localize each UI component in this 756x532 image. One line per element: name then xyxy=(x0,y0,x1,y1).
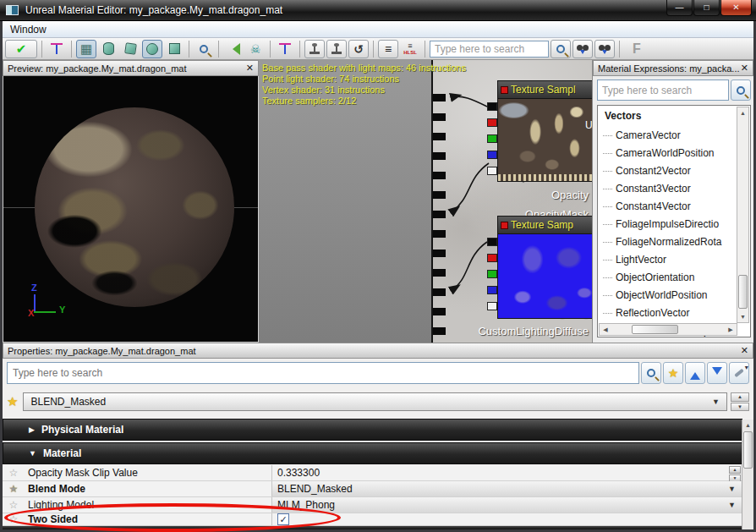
expressions-close-icon[interactable]: ✕ xyxy=(741,63,748,74)
expression-item[interactable]: CameraWorldPosition xyxy=(603,145,715,162)
expression-item[interactable]: CameraVector xyxy=(603,127,681,145)
expression-item[interactable]: Constant4Vector xyxy=(603,198,691,216)
favorite-spinner[interactable]: ▲ ▼ xyxy=(731,392,749,411)
preview-sphere-button[interactable] xyxy=(142,40,162,58)
connector-diffusepower[interactable] xyxy=(433,113,446,121)
expression-item[interactable]: Constant3Vector xyxy=(603,180,691,198)
texture-node-header[interactable]: Texture Sampl xyxy=(497,80,592,99)
tex1-output-b[interactable] xyxy=(487,151,497,159)
expressions-vertical-scrollbar[interactable]: ▲ ▼ xyxy=(737,107,749,323)
search-go-button[interactable] xyxy=(551,40,571,58)
expression-item[interactable]: FoliageImpulseDirectio xyxy=(603,216,719,233)
expressions-search-input[interactable] xyxy=(597,80,729,101)
tex2-output-a[interactable] xyxy=(487,302,497,310)
tex2-output-g[interactable] xyxy=(487,270,497,278)
scroll-up-icon[interactable]: ▲ xyxy=(737,107,748,118)
star-filled-icon[interactable]: ★ xyxy=(3,483,25,495)
preview-cylinder-button[interactable] xyxy=(98,40,118,58)
expression-item[interactable]: LightVector xyxy=(603,251,666,269)
properties-window-button[interactable] xyxy=(47,40,67,58)
connector-opacity[interactable] xyxy=(433,191,446,199)
spinner-down-icon[interactable]: ▼ xyxy=(731,403,749,412)
properties-search-button[interactable] xyxy=(641,362,661,384)
home-button[interactable] xyxy=(223,40,244,58)
maximize-button[interactable]: □ xyxy=(693,0,720,16)
connector-specularpower[interactable] xyxy=(433,172,446,179)
stats-button[interactable]: ≡ xyxy=(378,40,398,58)
connector-customlightingdiffuse[interactable] xyxy=(433,327,446,335)
toggle-grid-button[interactable]: ▦ xyxy=(76,40,96,58)
spinner-up-icon[interactable]: ▲ xyxy=(731,392,749,402)
properties-search-input[interactable] xyxy=(7,362,639,384)
expressions-list[interactable]: Vectors CameraVector CameraWorldPosition… xyxy=(597,105,751,337)
scroll-down-icon[interactable]: ▼ xyxy=(737,311,748,322)
menu-window[interactable]: Window xyxy=(3,24,54,36)
expression-item[interactable]: ObjectOrientation xyxy=(603,269,694,287)
texture-sample-node-normal[interactable]: Texture Samp xyxy=(497,216,592,319)
preview-plane-button[interactable] xyxy=(164,40,184,58)
section-material[interactable]: ▼ Material xyxy=(3,442,742,464)
tex1-output-r[interactable] xyxy=(487,118,497,127)
tex2-output-rgb[interactable] xyxy=(487,238,497,246)
realtime-nodes-button[interactable] xyxy=(326,40,347,58)
star-outline-icon[interactable]: ☆ xyxy=(3,513,25,525)
preview-close-icon[interactable]: ✕ xyxy=(246,63,254,74)
two-sided-checkbox[interactable]: ✓ xyxy=(277,513,289,525)
properties-scrollbar[interactable]: ▲ xyxy=(742,420,753,529)
connector-transmissioncolor[interactable] xyxy=(433,269,446,277)
zoom-button[interactable] xyxy=(194,40,214,58)
find-prev-button[interactable] xyxy=(594,40,615,58)
minimize-button[interactable]: — xyxy=(666,0,693,16)
favorite-value-combo[interactable]: BLEND_Masked ▼ xyxy=(23,392,727,411)
expression-item[interactable]: FoliageNormalizedRota xyxy=(603,233,721,251)
tex2-output-b[interactable] xyxy=(487,286,497,294)
expressions-search-button[interactable] xyxy=(731,80,751,101)
texture-node-header[interactable]: Texture Samp xyxy=(497,216,592,234)
scrollbar-thumb[interactable] xyxy=(738,275,748,309)
scrollbar-thumb[interactable] xyxy=(632,325,678,334)
find-next-button[interactable] xyxy=(572,40,593,58)
close-button[interactable]: ✕ xyxy=(720,0,752,16)
texture-sample-node-diffuse[interactable]: Texture Sampl xyxy=(497,80,592,182)
tex1-output-a[interactable] xyxy=(487,167,497,175)
scrollbar-thumb[interactable] xyxy=(743,431,753,469)
view-hlsl-button[interactable]: ≡ HLSL xyxy=(400,40,420,58)
refresh-button[interactable]: ↺ xyxy=(348,40,369,58)
expression-item[interactable]: Constant2Vector xyxy=(603,162,691,180)
star-outline-icon[interactable]: ☆ xyxy=(3,467,25,479)
move-up-button[interactable] xyxy=(685,362,705,384)
section-physical-material[interactable]: ▶ Physical Material xyxy=(3,419,742,441)
favorite-star-icon[interactable]: ★ xyxy=(7,394,18,409)
apply-button[interactable]: ✔ xyxy=(5,40,37,58)
material-graph-canvas[interactable]: Diffuse DiffusePower Emissive Specular S… xyxy=(259,60,592,343)
scroll-up-icon[interactable]: ▲ xyxy=(742,420,753,431)
favorites-filter-button[interactable]: ★ xyxy=(663,362,683,384)
connector-distortion[interactable] xyxy=(433,230,446,238)
scroll-left-icon[interactable]: ◀ xyxy=(600,324,611,335)
expressions-category[interactable]: Vectors xyxy=(605,110,641,122)
move-down-button[interactable] xyxy=(707,362,727,384)
connector-normal[interactable] xyxy=(433,288,446,296)
tex2-output-r[interactable] xyxy=(487,254,497,262)
realtime-preview-button[interactable] xyxy=(304,40,325,58)
property-dropdown[interactable]: MLM_Phong ▼ xyxy=(271,497,742,513)
preview-cube-button[interactable] xyxy=(120,40,140,58)
tex1-output-g[interactable] xyxy=(487,134,497,143)
property-value-field[interactable]: 0.333300 ▲ ▼ xyxy=(271,465,742,480)
connector-transmissionmask[interactable] xyxy=(433,250,446,257)
home-pin-button[interactable] xyxy=(275,40,295,58)
title-bar[interactable]: Unreal Material Editor: my_package.My_ma… xyxy=(0,0,756,21)
toolbar-search-input[interactable] xyxy=(430,41,549,58)
connector-customlighting[interactable] xyxy=(433,308,446,315)
expression-item[interactable]: ReflectionVector xyxy=(603,304,689,322)
expressions-horizontal-scrollbar[interactable]: ◀ ▶ xyxy=(599,323,737,336)
preview-viewport[interactable]: Z X Y xyxy=(3,76,258,342)
scroll-right-icon[interactable]: ▶ xyxy=(725,324,737,335)
value-spinner[interactable]: ▲ ▼ xyxy=(729,466,741,482)
connector-emissive[interactable] xyxy=(433,133,446,140)
expression-item[interactable]: ObjectWorldPosition xyxy=(603,287,708,304)
connector-specular[interactable] xyxy=(433,152,446,160)
spinner-up-icon[interactable]: ▲ xyxy=(729,466,741,474)
property-dropdown[interactable]: BLEND_Masked ▼ xyxy=(271,481,742,496)
font-button[interactable]: F xyxy=(633,41,641,57)
